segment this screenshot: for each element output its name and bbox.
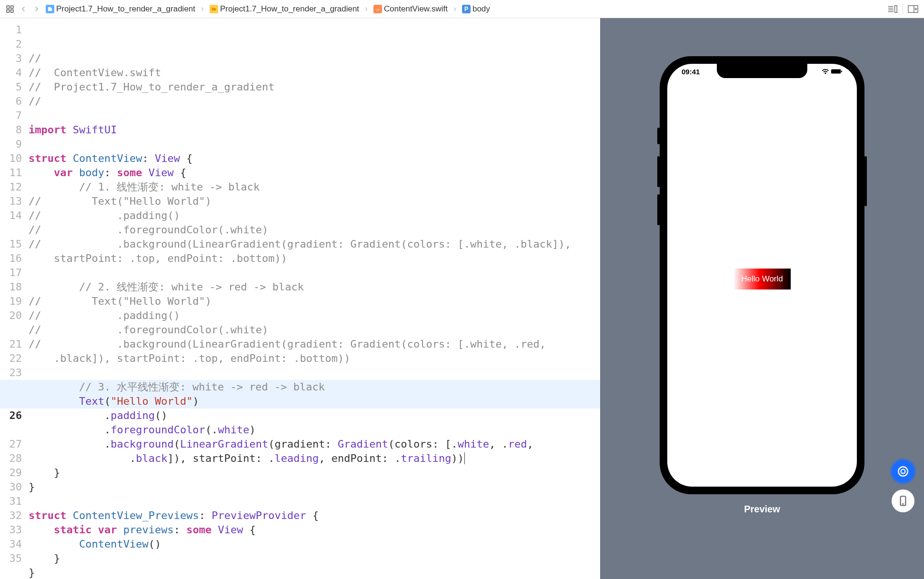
device-volume-down xyxy=(657,194,660,225)
breadcrumb-label: Project1.7_How_to_render_a_gradient xyxy=(220,4,359,14)
chevron-right-icon: › xyxy=(365,4,368,14)
device-bezel: 09:41 Hello World xyxy=(660,56,864,494)
breadcrumb-label: ContentView.swift xyxy=(384,4,448,14)
breadcrumb-symbol[interactable]: P body xyxy=(462,4,490,14)
breadcrumb-folder[interactable]: Project1.7_How_to_render_a_gradient xyxy=(210,4,359,14)
svg-rect-13 xyxy=(831,69,841,73)
svg-rect-14 xyxy=(841,70,842,72)
source-editor[interactable]: 1234567891011121314 151617181920 2122232… xyxy=(0,18,600,579)
device-mute-switch xyxy=(657,128,660,144)
device-notch xyxy=(717,64,807,78)
device-screen[interactable]: 09:41 Hello World xyxy=(667,64,857,487)
jump-bar: Project1.7_How_to_render_a_gradient › Pr… xyxy=(0,0,924,18)
preview-canvas: 09:41 Hello World Preview xyxy=(600,18,924,579)
preview-label: Preview xyxy=(744,504,780,515)
wifi-icon xyxy=(822,68,829,76)
xcode-window: Project1.7_How_to_render_a_gradient › Pr… xyxy=(0,0,924,579)
chevron-right-icon: › xyxy=(201,4,204,14)
breadcrumb-label: Project1.7_How_to_render_a_gradient xyxy=(56,4,195,14)
main-split: 1234567891011121314 151617181920 2122232… xyxy=(0,18,924,579)
device-power-button xyxy=(864,156,867,206)
chevron-right-icon: › xyxy=(453,4,456,14)
nav-back-button[interactable] xyxy=(19,5,28,13)
svg-rect-8 xyxy=(895,5,897,12)
svg-rect-0 xyxy=(7,6,9,8)
line-number-gutter: 1234567891011121314 151617181920 2122232… xyxy=(0,18,29,579)
add-editor-icon[interactable] xyxy=(908,4,918,14)
nav-forward-button[interactable] xyxy=(32,5,41,13)
toolbar-separator xyxy=(903,4,903,14)
breadcrumb-file[interactable]: ContentView.swift xyxy=(373,4,448,14)
minimap-toggle-icon[interactable] xyxy=(887,4,898,14)
folder-icon xyxy=(210,5,218,13)
status-time: 09:41 xyxy=(682,68,700,76)
svg-rect-2 xyxy=(7,10,9,12)
svg-point-15 xyxy=(898,467,908,476)
svg-point-16 xyxy=(901,469,905,474)
swift-file-icon xyxy=(373,5,382,13)
hello-world-view: Hello World xyxy=(733,269,791,290)
svg-rect-1 xyxy=(11,6,13,8)
preview-on-device-button[interactable] xyxy=(892,489,914,512)
related-items-icon[interactable] xyxy=(6,5,14,13)
live-preview-button[interactable] xyxy=(892,460,914,483)
battery-icon xyxy=(831,68,843,76)
canvas-controls xyxy=(892,460,914,512)
svg-rect-3 xyxy=(11,10,13,12)
breadcrumb-project[interactable]: Project1.7_How_to_render_a_gradient xyxy=(46,4,195,14)
breadcrumb-label: body xyxy=(472,4,490,14)
device-volume-up xyxy=(657,156,660,187)
property-icon: P xyxy=(462,5,471,13)
xcodeproj-icon xyxy=(46,5,54,13)
code-area[interactable]: //// ContentView.swift// Project1.7_How_… xyxy=(29,18,600,579)
